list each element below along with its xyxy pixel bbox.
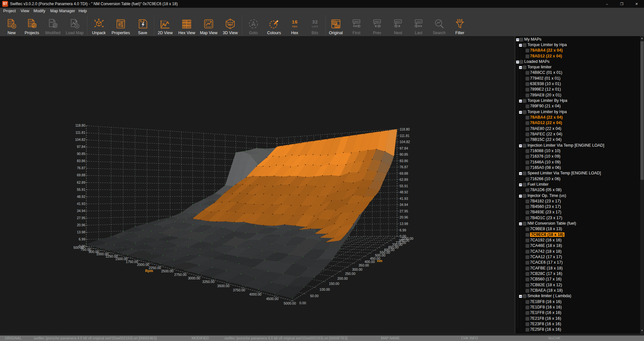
svg-text:0.00: 0.00 [299,301,306,305]
svg-text:111.81: 111.81 [75,131,85,134]
svg-text:62.89: 62.89 [77,180,85,184]
svg-text:Rpm: Rpm [145,269,153,273]
svg-text:62.89: 62.89 [400,178,408,181]
svg-text:00: 00 [188,26,190,28]
svg-text:3750.00: 3750.00 [233,288,245,292]
svg-text:200.00: 200.00 [337,277,348,280]
svg-text:F6: F6 [188,20,190,23]
svg-text:32: 32 [312,20,318,25]
svg-text:3250.00: 3250.00 [202,280,214,284]
svg-text:111.81: 111.81 [400,134,410,138]
svg-text:16: 16 [292,20,298,25]
svg-text:50.00: 50.00 [310,294,318,298]
svg-text:00: 00 [188,23,190,25]
svg-text:5000.00: 5000.00 [284,301,296,305]
svg-text:76.87: 76.87 [400,165,408,169]
svg-text:52: 52 [183,23,186,25]
svg-text:34.94: 34.94 [77,209,85,213]
svg-text:104.82: 104.82 [400,140,410,144]
svg-text:400.00: 400.00 [365,260,375,264]
svg-text:118.80: 118.80 [400,127,410,131]
svg-text:4000.00: 4000.00 [249,292,261,296]
svg-text:150.00: 150.00 [329,282,339,286]
svg-text:MOD: MOD [333,23,337,24]
svg-text:55.91: 55.91 [77,188,85,191]
svg-text:100.00: 100.00 [319,287,330,291]
svg-text:NEXT: NEXT [395,21,401,23]
svg-text:97.84: 97.84 [77,145,85,149]
svg-text:48.92: 48.92 [77,195,85,199]
svg-text:3000.00: 3000.00 [188,276,200,280]
svg-text:90.85: 90.85 [77,152,85,156]
svg-text:2000.00: 2000.00 [137,263,149,267]
svg-text:41.93: 41.93 [400,197,408,200]
svg-text:3D: 3D [228,23,232,26]
svg-text:nm: nm [377,259,383,263]
svg-text:250.00: 250.00 [345,272,355,276]
svg-text:83.86: 83.86 [77,159,85,163]
svg-text:55.91: 55.91 [400,184,408,188]
svg-text:76.87: 76.87 [77,166,85,170]
svg-text:6.99: 6.99 [79,237,86,241]
svg-text:13.98: 13.98 [77,230,85,234]
svg-text:97.84: 97.84 [400,146,408,150]
svg-text:2750.00: 2750.00 [174,273,186,277]
svg-text:LoHi: LoHi [312,25,318,28]
svg-text:20.96: 20.96 [77,223,85,227]
svg-text:90.85: 90.85 [400,152,408,156]
svg-text:6.99: 6.99 [400,228,406,232]
svg-text:350.00: 350.00 [359,263,369,267]
svg-text:1750.00: 1750.00 [126,260,138,264]
svg-text:80: 80 [183,26,186,28]
svg-text:PREV: PREV [374,21,380,23]
svg-text:69.88: 69.88 [77,173,85,177]
svg-text:13.98: 13.98 [400,222,408,226]
svg-text:EB: EB [183,20,186,23]
svg-text:FIRST: FIRST [354,21,360,23]
svg-text:41.93: 41.93 [77,202,85,206]
svg-text:ORI: ORI [336,25,339,27]
svg-text:27.95: 27.95 [77,216,85,220]
svg-text:300.00: 300.00 [352,268,363,271]
svg-text:001: 001 [29,24,33,26]
svg-text:1100.00: 1100.00 [401,237,413,240]
svg-text:27.95: 27.95 [400,209,408,213]
svg-text:3500.00: 3500.00 [217,284,230,288]
svg-text:118.80: 118.80 [75,123,85,127]
svg-text:LAST: LAST [416,21,421,23]
svg-text:69.88: 69.88 [400,171,408,175]
svg-text:Hex: Hex [292,25,298,28]
svg-text:104.82: 104.82 [75,138,85,141]
svg-text:48.92: 48.92 [400,190,408,194]
svg-text:MOD: MOD [50,21,55,23]
svg-text:83.86: 83.86 [400,159,408,163]
svg-text:34.94: 34.94 [400,203,408,207]
svg-text:20.96: 20.96 [400,215,408,219]
svg-text:4500.00: 4500.00 [266,297,279,301]
